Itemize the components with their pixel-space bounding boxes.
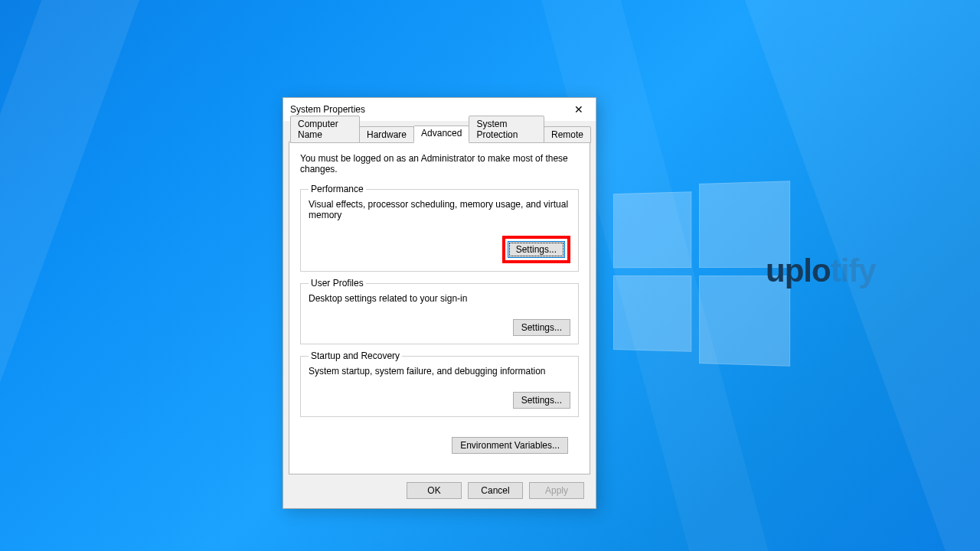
tab-computer-name[interactable]: Computer Name xyxy=(290,116,360,143)
group-performance-desc: Visual effects, processor scheduling, me… xyxy=(309,199,570,220)
tab-hardware[interactable]: Hardware xyxy=(359,126,414,143)
background-ray xyxy=(0,0,240,551)
group-startup-recovery: Startup and Recovery System startup, sys… xyxy=(300,350,579,417)
highlight-box: Settings... xyxy=(502,236,570,263)
tab-advanced[interactable]: Advanced xyxy=(413,126,469,142)
tabstrip: Computer Name Hardware Advanced System P… xyxy=(289,126,590,142)
dialog-button-row: OK Cancel Apply xyxy=(289,474,590,499)
ok-button[interactable]: OK xyxy=(407,482,462,499)
watermark-faded: tify xyxy=(831,253,876,289)
tab-pane-advanced: You must be logged on as an Administrato… xyxy=(289,142,590,474)
system-properties-dialog: System Properties ✕ Computer Name Hardwa… xyxy=(283,97,596,509)
windows-logo-icon xyxy=(613,181,789,366)
group-user-profiles: User Profiles Desktop settings related t… xyxy=(300,278,579,344)
startup-settings-button[interactable]: Settings... xyxy=(513,392,570,409)
group-performance: Performance Visual effects, processor sc… xyxy=(300,184,579,272)
environment-variables-button[interactable]: Environment Variables... xyxy=(452,437,568,454)
window-title: System Properties xyxy=(290,104,561,115)
performance-settings-button[interactable]: Settings... xyxy=(508,241,565,258)
background-ray xyxy=(0,0,62,551)
user-profiles-settings-button[interactable]: Settings... xyxy=(513,319,570,336)
admin-note: You must be logged on as an Administrato… xyxy=(300,153,579,174)
group-performance-legend: Performance xyxy=(309,184,366,194)
tab-system-protection[interactable]: System Protection xyxy=(469,116,544,143)
group-startup-desc: System startup, system failure, and debu… xyxy=(309,366,570,377)
group-user-profiles-legend: User Profiles xyxy=(309,278,366,289)
tab-remote[interactable]: Remote xyxy=(544,126,591,143)
watermark-bold: uplo xyxy=(766,253,831,289)
group-startup-legend: Startup and Recovery xyxy=(309,350,402,361)
close-icon[interactable]: ✕ xyxy=(561,98,596,121)
apply-button[interactable]: Apply xyxy=(529,482,584,499)
watermark-text: uplotify xyxy=(766,253,876,289)
dialog-body: Computer Name Hardware Advanced System P… xyxy=(283,121,596,508)
cancel-button[interactable]: Cancel xyxy=(468,482,523,499)
group-user-profiles-desc: Desktop settings related to your sign-in xyxy=(309,293,570,304)
